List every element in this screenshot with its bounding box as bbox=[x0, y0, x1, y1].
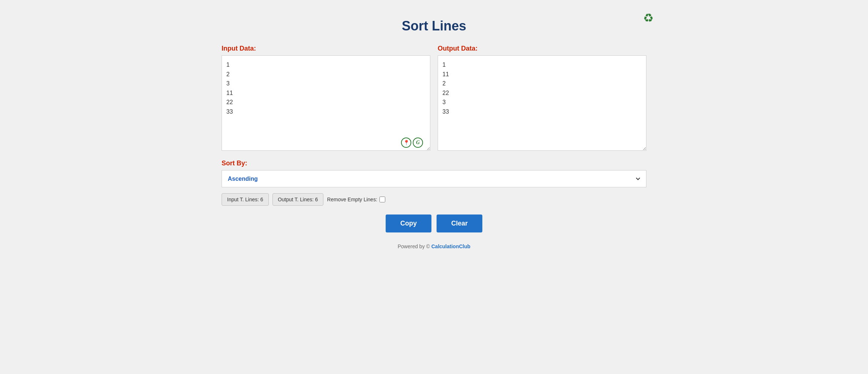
output-lines-badge: Output T. Lines: 6 bbox=[272, 193, 323, 206]
output-section: Output Data: 1 11 2 22 3 33 bbox=[438, 45, 646, 152]
sort-label: Sort By: bbox=[222, 160, 646, 167]
footer-text: Powered by © bbox=[398, 243, 430, 249]
remove-empty-checkbox[interactable] bbox=[379, 197, 385, 202]
page-wrapper: ♻ Sort Lines Input Data: 1 2 3 11 22 33 … bbox=[214, 7, 654, 257]
output-label: Output Data: bbox=[438, 45, 646, 52]
input-textarea-wrapper: 1 2 3 11 22 33 📍 G bbox=[222, 55, 430, 152]
data-section: Input Data: 1 2 3 11 22 33 📍 G Output Da… bbox=[222, 45, 646, 152]
remove-empty-label[interactable]: Remove Empty Lines: bbox=[327, 197, 385, 202]
buttons-section: Copy Clear bbox=[222, 214, 646, 232]
input-textarea[interactable]: 1 2 3 11 22 33 bbox=[222, 55, 430, 151]
clear-button[interactable]: Clear bbox=[437, 214, 482, 232]
page-title: Sort Lines bbox=[222, 18, 646, 34]
remove-empty-text: Remove Empty Lines: bbox=[327, 197, 377, 202]
grammarly-g-icon: G bbox=[413, 138, 423, 148]
input-label: Input Data: bbox=[222, 45, 430, 52]
stats-section: Input T. Lines: 6 Output T. Lines: 6 Rem… bbox=[222, 193, 646, 206]
recycle-icon[interactable]: ♻ bbox=[643, 11, 654, 25]
sort-section: Sort By: Ascending Descending bbox=[222, 160, 646, 187]
sort-select[interactable]: Ascending Descending bbox=[222, 170, 646, 187]
footer: Powered by © CalculationClub bbox=[222, 243, 646, 249]
input-section: Input Data: 1 2 3 11 22 33 📍 G bbox=[222, 45, 430, 152]
footer-link[interactable]: CalculationClub bbox=[431, 243, 471, 249]
grammarly-icons: 📍 G bbox=[401, 138, 423, 148]
output-textarea[interactable]: 1 11 2 22 3 33 bbox=[438, 55, 646, 151]
copy-button[interactable]: Copy bbox=[386, 214, 431, 232]
input-lines-badge: Input T. Lines: 6 bbox=[222, 193, 269, 206]
grammarly-pin-icon: 📍 bbox=[401, 138, 411, 148]
